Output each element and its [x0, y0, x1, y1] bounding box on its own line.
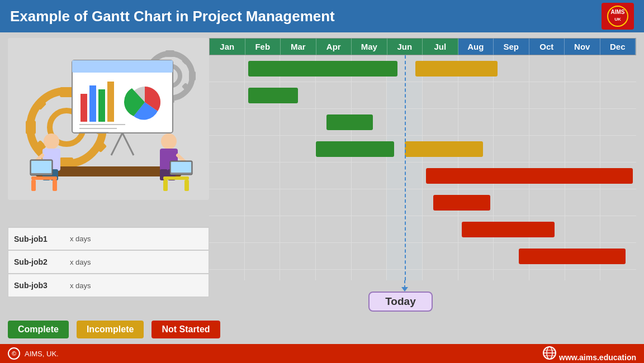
- svg-rect-52: [171, 162, 191, 173]
- gantt-row-5: [209, 163, 636, 189]
- today-area: Today: [209, 280, 636, 312]
- gantt-body: [209, 55, 636, 280]
- list-item: Sub-job1 x days: [8, 227, 209, 250]
- row-labels: Sub-job1 x days Sub-job2 x days Sub-job3…: [8, 227, 209, 297]
- svg-rect-26: [80, 94, 87, 122]
- today-box-container: Today: [368, 292, 433, 312]
- legend-item-notstarted: Not Started: [151, 321, 220, 338]
- bar-green-r1: [248, 61, 397, 77]
- svg-rect-27: [89, 85, 96, 122]
- bar-red-r7: [462, 222, 555, 237]
- illustration-svg: [13, 44, 203, 194]
- gantt-row-1: [209, 55, 636, 82]
- page-title: Example of Gantt Chart in Project Manage…: [10, 8, 335, 25]
- month-nov: Nov: [565, 39, 600, 55]
- month-sep: Sep: [494, 39, 529, 55]
- month-jul: Jul: [423, 39, 458, 55]
- subjob2-duration: x days: [70, 258, 91, 266]
- month-may: May: [352, 39, 387, 55]
- svg-rect-19: [189, 71, 196, 80]
- aims-logo: AIMS UK: [602, 3, 634, 30]
- svg-rect-55: [53, 180, 57, 191]
- legend-item-complete: Complete: [8, 321, 69, 338]
- svg-rect-7: [60, 157, 73, 168]
- svg-rect-28: [98, 89, 105, 122]
- svg-text:AIMS: AIMS: [611, 9, 625, 15]
- month-aug: Aug: [458, 39, 494, 55]
- gantt-row-2: [209, 82, 636, 109]
- subjob1-duration: x days: [70, 235, 91, 243]
- header: Example of Gantt Chart in Project Manage…: [0, 0, 644, 32]
- footer-org: AIMS, UK.: [25, 350, 59, 358]
- footer-left: © AIMS, UK.: [8, 347, 59, 360]
- subjob3-name: Sub-job3: [14, 281, 64, 290]
- svg-point-46: [161, 133, 177, 149]
- bar-green-r3: [326, 114, 373, 130]
- svg-rect-29: [107, 82, 114, 122]
- copyright-circle: ©: [8, 347, 20, 360]
- legend: Complete Incomplete Not Started: [0, 315, 644, 344]
- list-item: Sub-job2 x days: [8, 250, 209, 274]
- bar-yellow-r4: [405, 141, 483, 157]
- list-item: Sub-job3 x days: [8, 274, 209, 297]
- bar-green-r2: [248, 88, 298, 103]
- content-area: Sub-job1 x days Sub-job2 x days Sub-job3…: [0, 32, 644, 315]
- footer-right: www.aims.education: [542, 346, 636, 362]
- subjob3-duration: x days: [70, 281, 91, 290]
- bar-red-r6: [433, 195, 490, 211]
- month-mar: Mar: [281, 39, 316, 55]
- main-container: Example of Gantt Chart in Project Manage…: [0, 0, 644, 363]
- month-dec: Dec: [600, 39, 636, 55]
- illustration-area: [8, 38, 209, 200]
- incomplete-badge: Incomplete: [77, 321, 144, 338]
- footer: © AIMS, UK. www.aims.education: [0, 344, 644, 363]
- svg-rect-45: [31, 161, 51, 173]
- svg-rect-54: [31, 180, 36, 191]
- svg-point-39: [44, 133, 59, 149]
- svg-rect-8: [26, 121, 36, 134]
- svg-rect-0: [602, 3, 634, 30]
- bar-yellow-r1: [415, 61, 497, 77]
- month-apr: Apr: [316, 39, 352, 55]
- svg-text:UK: UK: [614, 17, 621, 22]
- svg-line-34: [111, 133, 122, 155]
- gantt-row-7: [209, 216, 636, 243]
- svg-rect-58: [184, 180, 189, 191]
- svg-rect-6: [60, 87, 73, 97]
- svg-rect-53: [31, 176, 57, 180]
- today-arrowhead: [401, 287, 408, 292]
- bar-red-r5: [426, 168, 632, 184]
- complete-badge: Complete: [8, 321, 69, 338]
- legend-item-incomplete: Incomplete: [77, 321, 144, 338]
- svg-line-35: [122, 133, 134, 155]
- today-box: Today: [368, 292, 433, 312]
- svg-rect-25: [72, 60, 173, 73]
- month-jun: Jun: [387, 39, 423, 55]
- subjob1-name: Sub-job1: [14, 235, 64, 243]
- svg-rect-56: [163, 176, 189, 180]
- svg-rect-57: [163, 180, 168, 191]
- gantt-row-6: [209, 189, 636, 216]
- svg-rect-16: [165, 50, 174, 57]
- gantt-panel: Jan Feb Mar Apr May Jun Jul Aug Sep Oct …: [209, 38, 636, 312]
- globe-icon: [542, 346, 557, 360]
- month-header: Jan Feb Mar Apr May Jun Jul Aug Sep Oct …: [209, 38, 636, 55]
- month-feb: Feb: [245, 39, 281, 55]
- month-oct: Oct: [529, 39, 565, 55]
- footer-website: www.aims.education: [559, 353, 636, 362]
- month-jan: Jan: [210, 39, 245, 55]
- gantt-row-4: [209, 136, 636, 163]
- notstarted-badge: Not Started: [151, 321, 220, 338]
- gantt-row-3: [209, 109, 636, 136]
- gantt-row-8: [209, 243, 636, 270]
- subjob2-name: Sub-job2: [14, 257, 64, 266]
- bar-green-r4: [316, 141, 394, 157]
- left-panel: Sub-job1 x days Sub-job2 x days Sub-job3…: [8, 38, 209, 312]
- bar-red-r8: [519, 249, 626, 264]
